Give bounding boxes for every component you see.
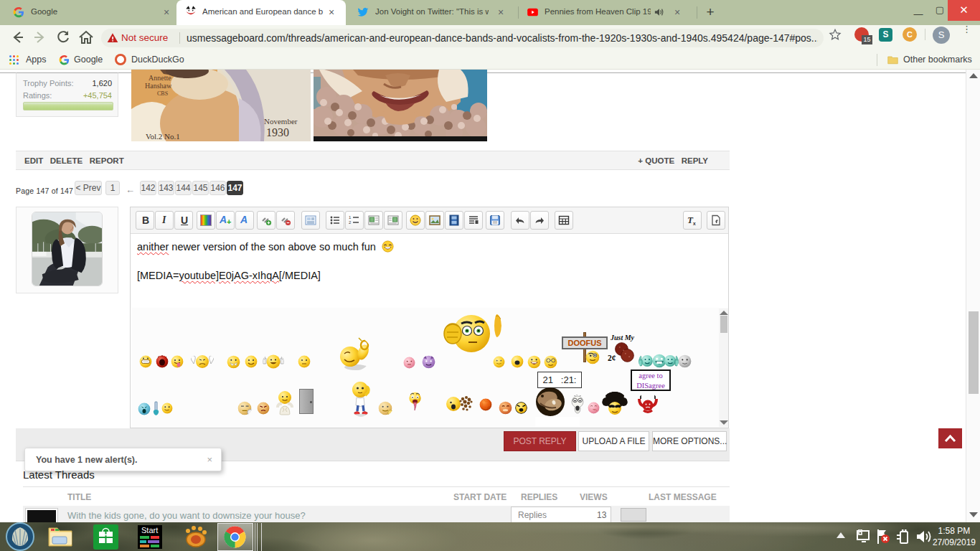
svg-text:2: 2 xyxy=(349,220,352,225)
svg-text:1: 1 xyxy=(349,215,352,220)
svg-text:Hanshaw: Hanshaw xyxy=(145,82,172,90)
svg-text:CBS: CBS xyxy=(157,90,168,97)
svg-text:November: November xyxy=(264,117,298,126)
svg-text:Annette: Annette xyxy=(149,74,171,82)
svg-text:1930: 1930 xyxy=(266,126,289,138)
svg-text:Vol.2 No.1: Vol.2 No.1 xyxy=(146,132,180,141)
